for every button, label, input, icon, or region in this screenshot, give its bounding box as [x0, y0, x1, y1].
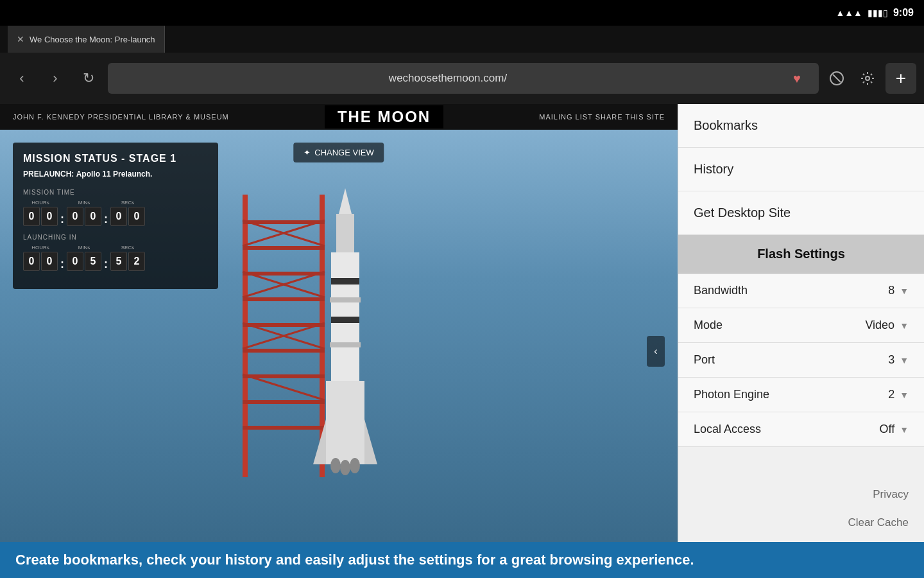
svg-point-2 — [866, 76, 869, 80]
secs-sub-label: SECs — [121, 200, 134, 206]
photon-arrow: ▼ — [900, 390, 909, 400]
mission-panel: MISSION STATUS - STAGE 1 PRELAUNCH: Apol… — [13, 143, 218, 289]
launch-hours-label: HOURs — [31, 245, 49, 250]
settings-button[interactable] — [855, 66, 880, 91]
tab-bar: ✕ We Choose the Moon: Pre-launch — [0, 26, 924, 53]
port-value-wrap: 3 ▼ — [888, 353, 909, 367]
privacy-section: Privacy Clear Cache — [678, 475, 924, 542]
url-text: wechoosethemoon.com/ — [117, 72, 779, 85]
svg-rect-10 — [243, 349, 325, 353]
launching-in-section: LAUNCHING IN HOURs 0 0 : — [23, 234, 208, 271]
mission-h1: 0 — [23, 207, 40, 226]
launch-s2: 2 — [128, 252, 145, 271]
svg-rect-33 — [331, 317, 359, 323]
svg-rect-12 — [243, 400, 325, 404]
svg-rect-25 — [330, 342, 361, 347]
mode-value-wrap: Video ▼ — [865, 319, 909, 332]
mission-time-section: MISSION TIME HOURs 0 0 : — [23, 189, 208, 226]
dropdown-menu: Bookmarks History Get Desktop Site Flash… — [678, 104, 924, 542]
svg-rect-22 — [336, 214, 354, 252]
bandwidth-label: Bandwidth — [694, 284, 748, 297]
launch-mins-label: MINs — [78, 245, 90, 250]
local-access-value: Off — [879, 423, 894, 436]
clear-cache-item[interactable]: Clear Cache — [678, 509, 924, 537]
bandwidth-arrow: ▼ — [900, 286, 909, 296]
add-tab-button[interactable]: + — [886, 63, 916, 94]
setting-row-bandwidth[interactable]: Bandwidth 8 ▼ — [678, 274, 924, 308]
launch-h2: 0 — [41, 252, 58, 271]
moon-header-right: MAILING LIST SHARE THIS SITE — [539, 113, 665, 121]
svg-marker-21 — [339, 188, 352, 214]
launch-m2: 5 — [85, 252, 101, 271]
hours-sub-label: HOURs — [31, 200, 49, 206]
colon1: : — [59, 213, 65, 226]
rocket-svg — [217, 182, 461, 490]
svg-point-28 — [340, 460, 350, 475]
svg-rect-26 — [326, 381, 364, 464]
change-view-icon: ✦ — [304, 148, 311, 157]
launch-h1: 0 — [23, 252, 40, 271]
svg-rect-24 — [330, 297, 361, 302]
svg-rect-6 — [243, 246, 325, 250]
change-view-button[interactable]: ✦ CHANGE VIEW — [293, 143, 384, 162]
stop-button[interactable] — [824, 66, 850, 91]
status-bar: ▲▲▲ ▮▮▮▯ 9:09 — [0, 0, 924, 26]
browser-chrome: ‹ › ↻ wechoosethemoon.com/ ♥ + — [0, 53, 924, 104]
battery-icon: ▮▮▮▯ — [868, 8, 888, 18]
moon-title: THE MOON — [325, 105, 443, 128]
svg-point-27 — [330, 458, 341, 473]
privacy-item[interactable]: Privacy — [678, 480, 924, 509]
info-banner: Create bookmarks, check your history and… — [0, 542, 924, 578]
flash-settings-header: Flash Settings — [678, 235, 924, 274]
info-banner-text: Create bookmarks, check your history and… — [15, 552, 694, 568]
collapse-panel-button[interactable]: ‹ — [647, 336, 665, 367]
svg-rect-3 — [243, 195, 248, 477]
local-access-value-wrap: Off ▼ — [879, 423, 909, 436]
svg-rect-8 — [243, 297, 325, 301]
change-view-label: CHANGE VIEW — [314, 148, 373, 157]
url-bar[interactable]: wechoosethemoon.com/ ♥ — [108, 63, 819, 94]
mode-arrow: ▼ — [900, 320, 909, 331]
menu-item-history[interactable]: History — [678, 148, 924, 191]
tab-title-text: We Choose the Moon: Pre-launch — [30, 35, 155, 44]
launching-in-label: LAUNCHING IN — [23, 234, 208, 241]
mission-s1: 0 — [110, 207, 127, 226]
port-arrow: ▼ — [900, 355, 909, 365]
colon4: : — [103, 258, 109, 271]
time-display: 9:09 — [893, 7, 914, 19]
colon2: : — [103, 213, 109, 226]
local-access-arrow: ▼ — [900, 425, 909, 435]
active-tab[interactable]: ✕ We Choose the Moon: Pre-launch — [8, 26, 165, 53]
mission-status-title: MISSION STATUS - STAGE 1 — [23, 153, 208, 164]
setting-row-mode[interactable]: Mode Video ▼ — [678, 308, 924, 343]
bandwidth-value: 8 — [888, 284, 894, 297]
port-value: 3 — [888, 353, 894, 367]
web-content: JOHN F. KENNEDY PRESIDENTIAL LIBRARY & M… — [0, 104, 678, 542]
mission-time-label: MISSION TIME — [23, 189, 208, 196]
launch-m1: 0 — [67, 252, 83, 271]
mission-s2: 0 — [128, 207, 145, 226]
back-button[interactable]: ‹ — [8, 64, 36, 92]
reload-button[interactable]: ↻ — [74, 64, 103, 92]
photon-label: Photon Engine — [694, 388, 769, 401]
setting-row-local-access[interactable]: Local Access Off ▼ — [678, 412, 924, 447]
main-area: JOHN F. KENNEDY PRESIDENTIAL LIBRARY & M… — [0, 104, 924, 542]
svg-marker-31 — [364, 419, 377, 464]
menu-item-desktop-site[interactable]: Get Desktop Site — [678, 191, 924, 235]
rocket-area: MISSION STATUS - STAGE 1 PRELAUNCH: Apol… — [0, 130, 678, 542]
port-label: Port — [694, 353, 715, 367]
mode-label: Mode — [694, 319, 723, 332]
favorite-button[interactable]: ♥ — [784, 66, 810, 91]
settings-icon — [860, 71, 875, 86]
svg-rect-13 — [243, 426, 325, 430]
mission-prelaunch: PRELAUNCH: Apollo 11 Prelaunch. — [23, 170, 208, 179]
tab-close-icon[interactable]: ✕ — [17, 34, 24, 44]
menu-item-bookmarks[interactable]: Bookmarks — [678, 104, 924, 148]
photon-value: 2 — [888, 388, 894, 401]
mission-m2: 0 — [85, 207, 101, 226]
mins-sub-label: MINs — [78, 200, 90, 206]
moon-header-left: JOHN F. KENNEDY PRESIDENTIAL LIBRARY & M… — [13, 113, 229, 121]
setting-row-photon[interactable]: Photon Engine 2 ▼ — [678, 378, 924, 412]
forward-button[interactable]: › — [41, 64, 69, 92]
setting-row-port[interactable]: Port 3 ▼ — [678, 343, 924, 378]
